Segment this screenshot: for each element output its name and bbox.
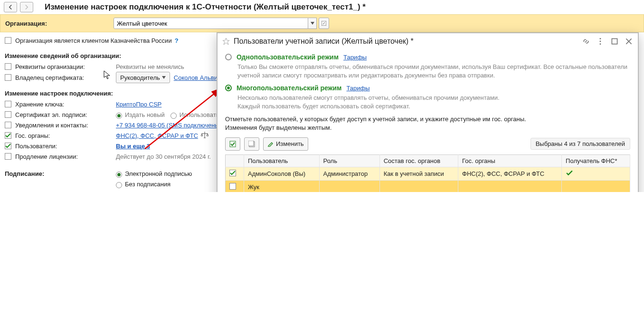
table-row[interactable]: АдминСоколов (Вы)АдминистраторКак в учет… bbox=[226, 167, 630, 180]
cert-owner-dropdown[interactable]: Руководитель bbox=[116, 72, 170, 83]
cert-owner-checkbox[interactable] bbox=[5, 74, 11, 81]
org-requisites-label: Реквизиты организации: bbox=[15, 63, 116, 70]
notifications-checkbox[interactable] bbox=[5, 122, 11, 128]
col-user[interactable]: Пользователь bbox=[244, 154, 320, 167]
col-checkbox bbox=[226, 154, 244, 167]
notifications-label: Уведомления и контакты: bbox=[15, 122, 116, 129]
cert-use-existing-radio[interactable] bbox=[170, 113, 177, 119]
col-fns[interactable]: Получатель ФНС* bbox=[562, 154, 630, 167]
scales-icon bbox=[201, 132, 208, 140]
gov-agencies-link[interactable]: ФНС(2), ФСС, ФСРАР и ФТС bbox=[116, 132, 198, 139]
treasury-client-label: Организация является клиентом Казначейст… bbox=[15, 37, 172, 44]
key-store-label: Хранение ключа: bbox=[15, 101, 116, 108]
cell-fns bbox=[562, 167, 630, 180]
org-requisites-value: Реквизиты не менялись bbox=[116, 63, 184, 70]
col-gov[interactable]: Гос. органы bbox=[458, 154, 562, 167]
license-value: Действует до 30 сентября 2024 г. bbox=[116, 153, 211, 160]
svg-point-2 bbox=[600, 38, 601, 39]
cert-owner-label: Владелец сертификата: bbox=[15, 74, 116, 81]
link-icon[interactable] bbox=[582, 37, 590, 46]
single-user-mode-radio[interactable] bbox=[225, 54, 232, 60]
tariffs-link-single[interactable]: Тарифы bbox=[343, 54, 367, 61]
edit-button[interactable]: Изменить bbox=[263, 137, 308, 151]
kebab-menu-icon[interactable] bbox=[596, 37, 605, 46]
signing-none-label: Без подписания bbox=[125, 181, 170, 188]
tariffs-link-multi[interactable]: Тарифы bbox=[346, 85, 369, 92]
col-role[interactable]: Роль bbox=[319, 154, 379, 167]
select-all-button[interactable] bbox=[225, 137, 240, 151]
cert-issue-new-label: Издать новый bbox=[125, 111, 165, 118]
favorite-star-icon[interactable] bbox=[222, 38, 230, 45]
nav-forward-button[interactable] bbox=[20, 2, 33, 12]
cert-owner-dropdown-label: Руководитель bbox=[120, 74, 160, 81]
svg-point-3 bbox=[600, 41, 601, 42]
cert-issue-new-radio[interactable] bbox=[116, 113, 122, 119]
svg-rect-6 bbox=[230, 141, 236, 147]
svg-point-4 bbox=[600, 43, 601, 45]
table-row[interactable]: Жук bbox=[226, 180, 630, 192]
cell-comp bbox=[379, 180, 458, 192]
maximize-icon[interactable] bbox=[610, 37, 619, 46]
organization-input[interactable] bbox=[114, 18, 308, 29]
page-title: Изменение настроек подключения к 1С-Отче… bbox=[45, 2, 366, 12]
organization-label: Организация: bbox=[5, 20, 110, 27]
license-checkbox[interactable] bbox=[5, 153, 11, 160]
org-requisites-checkbox[interactable] bbox=[5, 63, 11, 70]
nav-back-button[interactable] bbox=[4, 2, 17, 12]
signing-none-radio[interactable] bbox=[116, 182, 122, 188]
deselect-all-button[interactable] bbox=[244, 137, 259, 151]
selection-status: Выбраны 4 из 7 пользователей bbox=[530, 138, 630, 150]
cell-role: Администратор bbox=[319, 167, 379, 180]
cell-gov: ФНС(2), ФСС, ФСРАР и ФТС bbox=[458, 167, 562, 180]
row-checkbox[interactable] bbox=[229, 183, 236, 190]
col-comp[interactable]: Состав гос. органов bbox=[379, 154, 458, 167]
single-user-mode-desc: Только Вы сможете отправлять отчеты, обм… bbox=[237, 63, 630, 79]
users-label: Пользователи: bbox=[15, 143, 116, 150]
treasury-client-checkbox[interactable] bbox=[5, 37, 11, 44]
organization-open-button[interactable] bbox=[319, 18, 329, 29]
svg-rect-5 bbox=[612, 38, 617, 44]
cell-gov bbox=[458, 180, 562, 192]
signing-ep-label: Электронной подписью bbox=[125, 170, 192, 177]
gov-agencies-label: Гос. органы: bbox=[15, 132, 116, 139]
key-store-checkbox[interactable] bbox=[5, 101, 11, 107]
organization-dropdown-button[interactable] bbox=[308, 18, 317, 29]
single-user-mode-title: Однопользовательский режим bbox=[237, 53, 339, 61]
cert-use-existing-label: Использовать bbox=[180, 111, 219, 118]
cert-sign-label: Сертификат эл. подписи: bbox=[15, 111, 116, 118]
gov-agencies-checkbox[interactable] bbox=[5, 132, 11, 139]
users-table: Пользователь Роль Состав гос. органов Го… bbox=[225, 154, 630, 192]
signing-ep-radio[interactable] bbox=[116, 172, 122, 178]
svg-rect-8 bbox=[248, 141, 254, 146]
license-label: Продление лицензии: bbox=[15, 153, 116, 160]
users-modal: Пользователи учетной записи (Желтый цвет… bbox=[217, 32, 639, 192]
multi-user-mode-desc: Несколько пользователей смогут отправлят… bbox=[237, 94, 630, 110]
modal-title: Пользователи учетной записи (Желтый цвет… bbox=[234, 37, 578, 46]
cert-owner-link[interactable]: Соколов Альви... bbox=[174, 74, 223, 81]
instructions-text: Отметьте пользователей, у которых будет … bbox=[225, 115, 630, 132]
users-link[interactable]: Вы и еще 3 bbox=[116, 143, 150, 150]
cell-comp: Как в учетной записи bbox=[379, 167, 458, 180]
help-icon[interactable]: ? bbox=[175, 37, 179, 44]
multi-user-mode-title: Многопользовательский режим bbox=[237, 84, 341, 92]
edit-button-label: Изменить bbox=[276, 140, 304, 147]
notifications-link[interactable]: +7 934 968-48-05 (SMS подключены) bbox=[116, 122, 221, 129]
cert-sign-checkbox[interactable] bbox=[5, 111, 11, 118]
users-checkbox[interactable] bbox=[5, 143, 11, 149]
cell-user: АдминСоколов (Вы) bbox=[244, 167, 320, 180]
cell-user: Жук bbox=[244, 180, 320, 192]
key-store-link[interactable]: КриптоПро CSP bbox=[116, 101, 161, 108]
row-checkbox[interactable] bbox=[229, 170, 236, 176]
multi-user-mode-radio[interactable] bbox=[225, 85, 232, 91]
close-icon[interactable] bbox=[625, 37, 633, 46]
cell-fns bbox=[562, 180, 630, 192]
signing-label: Подписание: bbox=[5, 170, 105, 177]
cell-role bbox=[319, 180, 379, 192]
